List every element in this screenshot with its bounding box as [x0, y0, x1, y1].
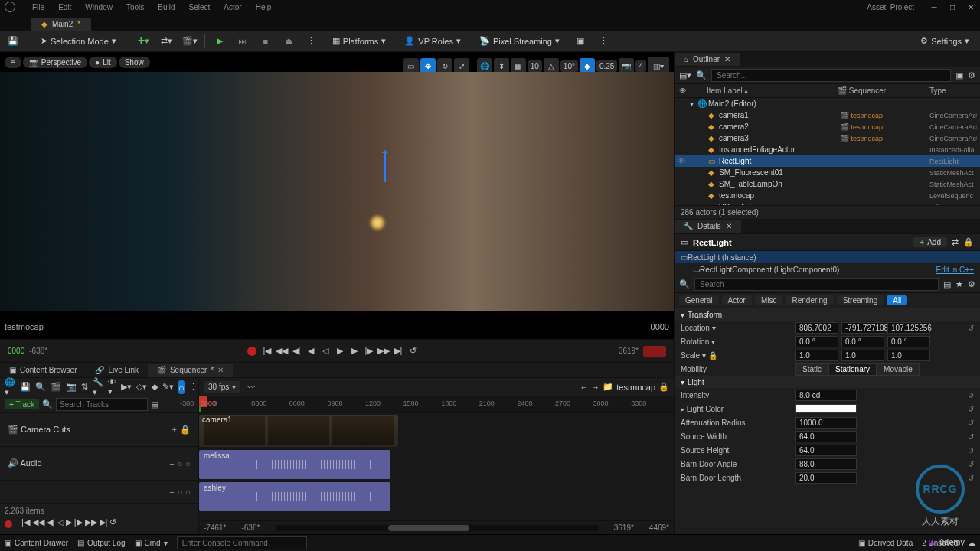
- window-maximize-button[interactable]: □: [948, 2, 957, 11]
- menu-edit[interactable]: Edit: [58, 3, 71, 11]
- scale-z-input[interactable]: 1.0: [887, 350, 930, 361]
- step-fwd-section-button[interactable]: ▶▶: [377, 345, 390, 357]
- seq-step-fwd[interactable]: |▶: [74, 517, 83, 527]
- seq-key-button[interactable]: ◇▾: [136, 380, 147, 394]
- outliner-col-sequencer[interactable]: 🎬 Sequencer: [838, 86, 929, 95]
- section-light[interactable]: ▾ Light: [675, 376, 980, 388]
- scale-tool-button[interactable]: ⤢: [454, 58, 469, 73]
- settings-button[interactable]: ⚙ Settings ▾: [914, 34, 975, 48]
- record-button[interactable]: [247, 347, 256, 356]
- seq-loop[interactable]: ↺: [109, 517, 116, 527]
- track-audio[interactable]: 🔊 Audio +○○: [0, 447, 198, 481]
- lock-icon[interactable]: 🔒: [708, 351, 717, 360]
- cat-all[interactable]: All: [887, 295, 907, 305]
- breadcrumb-back-button[interactable]: ←: [580, 383, 588, 392]
- reset-icon[interactable]: ↺: [968, 474, 974, 482]
- cat-actor[interactable]: Actor: [722, 295, 752, 305]
- seq-actions-button[interactable]: ⇅: [81, 380, 88, 394]
- close-icon[interactable]: ✕: [724, 55, 730, 64]
- rotate-tool-button[interactable]: ↻: [437, 58, 452, 73]
- source-width-input[interactable]: 64.0: [795, 431, 857, 442]
- rotation-x-input[interactable]: 0.0 °: [795, 336, 838, 347]
- source-height-input[interactable]: 64.0: [795, 445, 857, 456]
- details-settings-button[interactable]: ⚙: [968, 279, 975, 289]
- translate-tool-button[interactable]: ✥: [420, 58, 436, 73]
- go-to-start-button[interactable]: |◀: [261, 345, 273, 357]
- details-lock-button[interactable]: 🔒: [963, 237, 974, 247]
- barn-length-input[interactable]: 20.0: [795, 472, 857, 484]
- seq-edit-button[interactable]: ✎▾: [162, 380, 174, 394]
- cat-rendering[interactable]: Rendering: [786, 295, 833, 305]
- outliner-row[interactable]: ◆InstancedFoliageActorInstancedFolia: [675, 144, 980, 155]
- document-tab-main[interactable]: ◆ Main2*: [31, 18, 91, 31]
- breadcrumb-fwd-button[interactable]: →: [591, 383, 599, 392]
- location-x-input[interactable]: 806.7002: [795, 322, 838, 334]
- scale-y-input[interactable]: 1.0: [841, 350, 884, 361]
- filter-icon[interactable]: ▤▾: [679, 70, 691, 80]
- window-minimize-button[interactable]: ─: [929, 2, 939, 11]
- cinematics-button[interactable]: 🎬▾: [181, 33, 198, 50]
- menu-tools[interactable]: Tools: [126, 3, 144, 11]
- fps-dropdown[interactable]: 30 fps ▾: [204, 381, 240, 393]
- close-icon[interactable]: ✕: [726, 222, 732, 230]
- playhead-marker-icon[interactable]: [100, 335, 100, 340]
- playbar-end-marker[interactable]: [643, 346, 666, 357]
- content-drawer-button[interactable]: ▣ Content Drawer: [5, 539, 68, 547]
- rotation-z-input[interactable]: 0.0 °: [887, 336, 930, 347]
- seq-snap-button[interactable]: ∩: [178, 380, 185, 394]
- mobility-static[interactable]: Static: [795, 363, 828, 376]
- toolbar-extra-2[interactable]: ⋮: [595, 33, 612, 50]
- rotation-y-input[interactable]: 0.0 °: [841, 336, 884, 347]
- stop-button[interactable]: ■: [257, 33, 274, 50]
- add-folder-button[interactable]: ▣: [956, 70, 963, 80]
- tab-live-link[interactable]: 🔗 Live Link: [86, 364, 147, 377]
- seq-view-button[interactable]: 👁▾: [108, 380, 116, 394]
- outliner-row[interactable]: ◆SM_Fluorescent01StaticMeshAct: [675, 167, 980, 178]
- solo-icon[interactable]: ○: [185, 459, 191, 468]
- toolbar-extra-1[interactable]: ▣: [572, 33, 589, 50]
- scrollbar-handle[interactable]: [388, 525, 469, 531]
- mute-icon[interactable]: ○: [178, 459, 183, 468]
- scale-snap-button[interactable]: ◆: [580, 58, 595, 73]
- step-back-key-button[interactable]: ◀|: [290, 345, 302, 357]
- component-child[interactable]: ▭ RectLightComponent (LightComponent0)Ed…: [675, 263, 980, 276]
- outliner-row[interactable]: ◆camera2🎬 testmocapCineCameraAct: [675, 121, 980, 132]
- outliner-settings-button[interactable]: ⚙: [968, 70, 975, 80]
- seq-snap-opts[interactable]: ⋮: [189, 380, 198, 394]
- reset-icon[interactable]: ↺: [968, 419, 974, 427]
- seq-tool-button[interactable]: 🔧▾: [93, 380, 103, 394]
- clip-camera[interactable]: camera1: [199, 415, 398, 447]
- loop-button[interactable]: ↺: [407, 345, 419, 357]
- playbar-start-frame[interactable]: 0000: [8, 347, 24, 355]
- selection-mode-button[interactable]: ➤ Selection Mode ▾: [34, 34, 122, 48]
- menu-window[interactable]: Window: [85, 3, 113, 11]
- track-camera-cuts[interactable]: 🎬 Camera Cuts +🔒: [0, 413, 198, 447]
- reset-icon[interactable]: ↺: [968, 446, 974, 455]
- seq-find-button[interactable]: 🔍: [35, 380, 46, 394]
- seq-step-back2[interactable]: ◀◀: [32, 517, 44, 527]
- seq-render-button[interactable]: 🎬: [51, 380, 61, 394]
- seq-save-button[interactable]: 💾: [20, 380, 31, 394]
- select-tool-button[interactable]: ▭: [403, 58, 419, 73]
- viewport-options-button[interactable]: ≡: [5, 57, 21, 68]
- viewport[interactable]: ≡ 📷 Perspective ● Lit Show ▭ ✥ ↻ ⤢ 🌐 ⬍ ▦…: [0, 52, 674, 339]
- clip-audio-2[interactable]: ashley: [199, 482, 390, 511]
- reset-icon[interactable]: ↺: [968, 432, 974, 441]
- intensity-input[interactable]: 8.0 cd: [795, 390, 857, 401]
- lock-icon[interactable]: 🔒: [180, 425, 191, 435]
- add-section-icon[interactable]: +: [172, 425, 177, 435]
- outliner-row[interactable]: ◆testmocapLevelSequenc: [675, 190, 980, 201]
- add-track-button[interactable]: + Track: [5, 399, 39, 409]
- outliner-row[interactable]: 👁▭RectLightRectLight: [675, 155, 980, 167]
- derived-data-button[interactable]: ▣ Derived Data: [858, 539, 913, 547]
- output-log-button[interactable]: ▤ Output Log: [77, 539, 125, 547]
- grid-snap-button[interactable]: ▦: [511, 58, 526, 73]
- seq-go-end[interactable]: ▶|: [100, 517, 108, 527]
- tab-details[interactable]: 🔧 Details ✕: [675, 220, 741, 233]
- step-fwd-frame-button[interactable]: ▶: [348, 345, 361, 357]
- menu-file[interactable]: File: [32, 3, 44, 11]
- play-options-button[interactable]: ⋮: [303, 33, 320, 50]
- menu-actor[interactable]: Actor: [224, 3, 241, 11]
- seq-camera-button[interactable]: 📷: [66, 380, 77, 394]
- clip-audio-1[interactable]: melissa: [199, 450, 390, 479]
